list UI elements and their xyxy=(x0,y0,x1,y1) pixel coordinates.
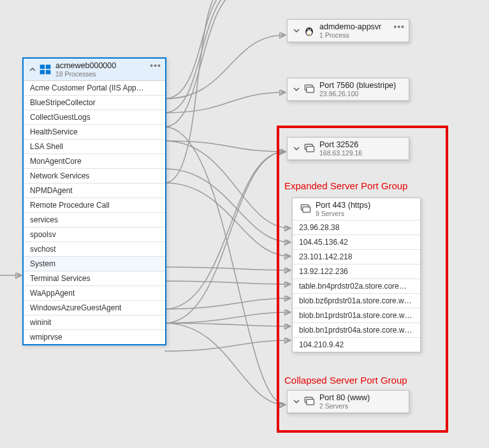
node-title: Port 80 (www) xyxy=(319,393,405,402)
servers-icon xyxy=(302,394,317,409)
process-item[interactable]: wininit xyxy=(24,315,165,330)
node-subtitle: 168.63.129.16 xyxy=(319,149,405,157)
node-header[interactable]: acmeweb000000 18 Processes ••• xyxy=(24,59,165,81)
svg-rect-9 xyxy=(307,87,314,92)
node-title: Port 32526 xyxy=(319,140,405,149)
annotation-collapsed-label: Collapsed Server Port Group xyxy=(284,375,407,386)
process-item[interactable]: NPMDAgent xyxy=(24,184,165,198)
server-item[interactable]: 23.96.28.38 xyxy=(293,220,420,235)
process-list: Acme Customer Portal (IIS App…BlueStripe… xyxy=(24,81,165,344)
process-item[interactable]: HealthService xyxy=(24,125,165,140)
chevron-up-icon[interactable] xyxy=(27,65,38,74)
node-header[interactable]: Port 32526 168.63.129.16 xyxy=(288,138,409,160)
node-title: admdemo-appsvr xyxy=(319,22,405,31)
node-title: Port 7560 (bluestripe) xyxy=(319,81,405,90)
windows-icon xyxy=(38,62,53,77)
chevron-down-icon[interactable] xyxy=(291,26,302,35)
node-subtitle: 9 Servers xyxy=(316,210,416,217)
node-title: Port 443 (https) xyxy=(316,201,416,210)
servers-icon xyxy=(302,141,317,156)
svg-point-7 xyxy=(310,29,311,31)
process-item[interactable]: System xyxy=(24,257,165,271)
node-header[interactable]: admdemo-appsvr 1 Process ••• xyxy=(288,20,409,42)
port-node-32526[interactable]: Port 32526 168.63.129.16 xyxy=(287,137,409,161)
process-item[interactable]: BlueStripeCollector xyxy=(24,96,165,110)
svg-rect-11 xyxy=(307,147,314,152)
port-node-80[interactable]: Port 80 (www) 2 Servers xyxy=(287,390,409,414)
server-item[interactable]: 13.92.122.236 xyxy=(293,264,420,279)
svg-rect-2 xyxy=(40,70,45,75)
svg-rect-0 xyxy=(40,65,45,69)
servers-icon xyxy=(298,201,313,217)
process-item[interactable]: CollectGuestLogs xyxy=(24,110,165,125)
process-item[interactable]: MonAgentCore xyxy=(24,154,165,169)
server-item[interactable]: blob.bn1prdstr04a.store.core.w… xyxy=(293,323,420,338)
node-subtitle: 23.96.26.100 xyxy=(319,90,405,98)
more-menu-icon[interactable]: ••• xyxy=(150,61,161,71)
server-item[interactable]: blob.bz6prdstr01a.store.core.w… xyxy=(293,294,420,308)
server-item[interactable]: table.bn4prdstr02a.store.core… xyxy=(293,279,420,294)
node-header[interactable]: Port 7560 (bluestripe) 23.96.26.100 xyxy=(288,78,409,101)
machine-node-appsvr[interactable]: admdemo-appsvr 1 Process ••• xyxy=(287,19,409,43)
port-node-443[interactable]: Port 443 (https) 9 Servers 23.96.28.3810… xyxy=(292,198,421,352)
server-item[interactable]: 104.210.9.42 xyxy=(293,338,420,352)
process-item[interactable]: svchost xyxy=(24,242,165,257)
svg-point-6 xyxy=(307,29,309,31)
chevron-down-icon[interactable] xyxy=(291,144,302,153)
process-item[interactable]: Acme Customer Portal (IIS App… xyxy=(24,81,165,96)
process-item[interactable]: WaAppAgent xyxy=(24,286,165,301)
chevron-down-icon[interactable] xyxy=(291,397,302,406)
svg-rect-1 xyxy=(46,65,51,69)
machine-node-acmeweb[interactable]: acmeweb000000 18 Processes ••• Acme Cust… xyxy=(22,57,166,345)
more-menu-icon[interactable]: ••• xyxy=(393,22,405,32)
node-header[interactable]: Port 443 (https) 9 Servers xyxy=(293,198,420,220)
process-item[interactable]: wmiprvse xyxy=(24,330,165,344)
svg-rect-15 xyxy=(307,400,314,405)
port-node-7560[interactable]: Port 7560 (bluestripe) 23.96.26.100 xyxy=(287,78,409,101)
svg-rect-13 xyxy=(303,207,310,212)
process-item[interactable]: spoolsv xyxy=(24,228,165,242)
chevron-down-icon[interactable] xyxy=(291,85,302,94)
node-header[interactable]: Port 80 (www) 2 Servers xyxy=(288,391,409,413)
linux-icon xyxy=(302,23,317,38)
process-item[interactable]: Remote Procedure Call xyxy=(24,198,165,213)
process-item[interactable]: Terminal Services xyxy=(24,271,165,286)
process-item[interactable]: WindowsAzureGuestAgent xyxy=(24,301,165,315)
servers-icon xyxy=(302,82,317,97)
node-subtitle: 2 Servers xyxy=(319,402,405,410)
server-item[interactable]: 23.101.142.218 xyxy=(293,250,420,264)
process-item[interactable]: Network Services xyxy=(24,169,165,184)
node-subtitle: 18 Processes xyxy=(55,70,161,78)
server-item[interactable]: blob.bn1prdstr01a.store.core.w… xyxy=(293,308,420,323)
server-list: 23.96.28.38104.45.136.4223.101.142.21813… xyxy=(293,220,420,352)
node-subtitle: 1 Process xyxy=(319,31,405,39)
node-title: acmeweb000000 xyxy=(55,61,161,70)
annotation-expanded-label: Expanded Server Port Group xyxy=(284,180,407,191)
process-item[interactable]: services xyxy=(24,213,165,228)
svg-rect-3 xyxy=(46,70,51,75)
process-item[interactable]: LSA Shell xyxy=(24,140,165,154)
server-item[interactable]: 104.45.136.42 xyxy=(293,235,420,250)
